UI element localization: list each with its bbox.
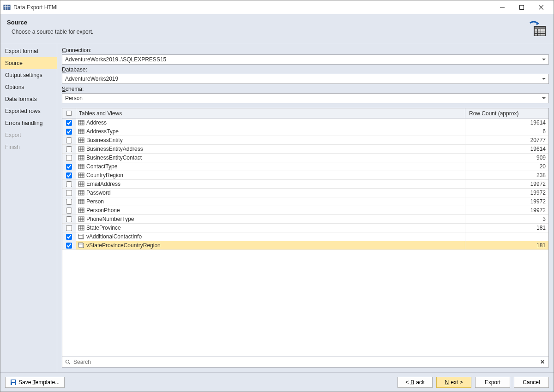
table-icon: [78, 207, 84, 214]
row-count: 238: [465, 171, 548, 179]
table-icon: [78, 154, 84, 161]
back-button[interactable]: < Back: [397, 377, 433, 388]
sidebar-item-export: Export: [0, 129, 57, 141]
row-count: 3: [465, 215, 548, 223]
next-button[interactable]: Next >: [436, 377, 471, 388]
connection-combo[interactable]: AdventureWorks2019..\SQLEXPRESS15: [62, 54, 549, 65]
sidebar-item-exported-rows[interactable]: Exported rows: [0, 105, 57, 117]
table-row[interactable]: BusinessEntityAddress19614: [62, 145, 548, 154]
app-icon: [3, 4, 11, 11]
row-checkbox[interactable]: [66, 234, 72, 240]
row-checkbox[interactable]: [66, 208, 72, 214]
row-count: 909: [465, 154, 548, 162]
row-count: 19614: [465, 119, 548, 127]
svg-rect-11: [535, 29, 537, 31]
row-name: PersonPhone: [86, 207, 120, 214]
row-name: Person: [86, 198, 104, 205]
svg-rect-95: [12, 383, 15, 385]
svg-rect-25: [78, 129, 84, 134]
window-title: Data Export HTML: [13, 4, 493, 11]
row-checkbox[interactable]: [66, 225, 72, 231]
schema-combo[interactable]: Person: [62, 93, 549, 103]
table-row[interactable]: Password19972: [62, 189, 548, 197]
row-name: EmailAddress: [86, 181, 120, 187]
table-icon: [78, 225, 84, 231]
table-row[interactable]: BusinessEntityContact909: [62, 154, 548, 162]
row-checkbox[interactable]: [66, 155, 72, 161]
row-checkbox[interactable]: [66, 137, 72, 143]
svg-rect-18: [538, 34, 541, 36]
svg-rect-10: [535, 27, 545, 29]
row-count: 181: [465, 241, 548, 249]
schema-label: Schema:: [62, 86, 549, 92]
row-name: BusinessEntityAddress: [86, 146, 143, 152]
tables-grid: Tables and Views Row Count (approx) Addr…: [62, 108, 549, 368]
table-row[interactable]: PhoneNumberType3: [62, 215, 548, 224]
sidebar-item-output-settings[interactable]: Output settings: [0, 69, 57, 81]
table-row[interactable]: PersonPhone19972: [62, 206, 548, 215]
row-name: PhoneNumberType: [86, 216, 134, 222]
table-row[interactable]: EmailAddress19972: [62, 180, 548, 189]
row-count: 20777: [465, 136, 548, 144]
svg-rect-5: [520, 5, 524, 9]
row-checkbox[interactable]: [66, 120, 72, 126]
table-icon: [78, 146, 84, 152]
title-bar: Data Export HTML: [0, 0, 554, 14]
svg-rect-70: [78, 208, 84, 213]
select-all-header[interactable]: [62, 108, 76, 118]
database-combo[interactable]: AdventureWorks2019: [62, 74, 549, 84]
row-checkbox[interactable]: [66, 181, 72, 187]
svg-rect-55: [78, 182, 84, 186]
table-row[interactable]: Person19972: [62, 197, 548, 206]
row-name: BusinessEntity: [86, 137, 123, 143]
sidebar-item-errors-handling[interactable]: Errors handling: [0, 117, 57, 129]
connection-label: Connection:: [62, 47, 549, 53]
table-row[interactable]: vAdditionalContactInfo: [62, 232, 548, 241]
save-template-button[interactable]: Save Template...: [5, 377, 65, 388]
sidebar-item-export-format[interactable]: Export format: [0, 45, 57, 57]
table-row[interactable]: AddressType6: [62, 127, 548, 136]
svg-rect-15: [538, 31, 541, 33]
grid-body[interactable]: Address19614AddressType6BusinessEntity20…: [62, 119, 548, 356]
svg-rect-94: [12, 380, 15, 382]
row-name: vStateProvinceCountryRegion: [86, 242, 161, 249]
row-checkbox[interactable]: [66, 146, 72, 152]
search-input[interactable]: [72, 358, 538, 366]
export-button[interactable]: Export: [475, 377, 510, 388]
database-value: AdventureWorks2019: [65, 76, 118, 82]
table-row[interactable]: CountryRegion238: [62, 171, 548, 180]
col-header-name[interactable]: Tables and Views: [76, 108, 465, 118]
table-icon: [78, 198, 84, 205]
row-checkbox[interactable]: [66, 129, 72, 135]
page-subtitle: Choose a source table for export.: [12, 29, 528, 35]
sidebar-item-source[interactable]: Source: [0, 57, 57, 69]
svg-rect-12: [538, 29, 541, 31]
table-row[interactable]: ContactType20: [62, 162, 548, 171]
row-checkbox[interactable]: [66, 164, 72, 170]
cancel-button[interactable]: Cancel: [514, 377, 549, 388]
table-row[interactable]: StateProvince181: [62, 224, 548, 232]
sidebar-item-data-formats[interactable]: Data formats: [0, 93, 57, 105]
row-checkbox[interactable]: [66, 172, 72, 178]
row-checkbox[interactable]: [66, 243, 72, 249]
table-row[interactable]: Address19614: [62, 119, 548, 127]
sidebar-item-options[interactable]: Options: [0, 81, 57, 93]
main-panel: Connection: AdventureWorks2019..\SQLEXPR…: [57, 44, 554, 372]
svg-rect-45: [78, 164, 84, 169]
row-checkbox[interactable]: [66, 199, 72, 205]
table-icon: [78, 163, 84, 170]
table-row[interactable]: BusinessEntity20777: [62, 136, 548, 145]
page-title: Source: [7, 19, 528, 26]
minimize-button[interactable]: [493, 0, 512, 14]
database-label: Database:: [62, 66, 549, 73]
search-clear-button[interactable]: ✕: [538, 359, 547, 365]
maximize-button[interactable]: [512, 0, 531, 14]
row-count: 19972: [465, 189, 548, 197]
col-header-count[interactable]: Row Count (approx): [465, 108, 548, 118]
connection-value: AdventureWorks2019..\SQLEXPRESS15: [65, 56, 166, 63]
row-name: vAdditionalContactInfo: [86, 233, 142, 240]
row-checkbox[interactable]: [66, 190, 72, 196]
table-row[interactable]: vStateProvinceCountryRegion181: [62, 241, 548, 250]
close-button[interactable]: [531, 0, 551, 14]
row-checkbox[interactable]: [66, 216, 72, 222]
